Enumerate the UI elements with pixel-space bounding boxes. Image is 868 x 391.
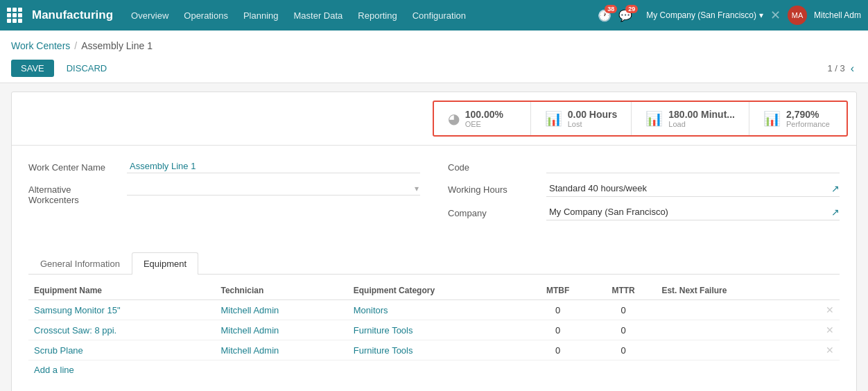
nav-operations[interactable]: Operations bbox=[182, 8, 229, 24]
form-right-column: Code Working Hours Standard 40 hours/wee… bbox=[448, 159, 840, 229]
working-hours-select[interactable]: Standard 40 hours/week bbox=[546, 182, 827, 195]
row1-category-link[interactable]: Monitors bbox=[354, 305, 388, 315]
row3-equipment-name-link[interactable]: Scrub Plane bbox=[34, 345, 83, 356]
company-selector[interactable]: My Company (San Francisco) ▾ bbox=[646, 10, 763, 20]
activities-button[interactable]: 🕐 38 bbox=[598, 9, 611, 22]
row2-mtbf: 0 bbox=[525, 320, 591, 340]
nav-master-data[interactable]: Master Data bbox=[293, 8, 345, 24]
load-icon: 📊 bbox=[645, 110, 663, 127]
stat-performance[interactable]: 📊 2,790% Performance bbox=[749, 102, 847, 135]
nav-configuration[interactable]: Configuration bbox=[411, 8, 467, 24]
row3-mttr: 0 bbox=[591, 340, 657, 360]
user-name[interactable]: Mitchell Adm bbox=[814, 10, 861, 20]
col-est-next-failure: Est. Next Failure bbox=[656, 281, 802, 300]
row2-category: Furniture Tools bbox=[348, 320, 526, 340]
performance-value: 2,790% bbox=[786, 109, 830, 120]
col-delete bbox=[802, 281, 840, 300]
alternative-workcenters-select-wrap: ▾ bbox=[127, 182, 420, 196]
form-left-column: Work Center Name Alternative Workcenters… bbox=[28, 159, 420, 229]
main-content: ◕ 100.00% OEE 📊 0.00 Hours Lost 📊 bbox=[0, 83, 868, 391]
form-main-row: Work Center Name Alternative Workcenters… bbox=[28, 159, 840, 229]
breadcrumb-current: Assembly Line 1 bbox=[81, 40, 153, 51]
row3-category-link[interactable]: Furniture Tools bbox=[354, 345, 413, 356]
messages-button[interactable]: 💬 29 bbox=[618, 9, 632, 22]
company-name: My Company (San Francisco) bbox=[646, 10, 756, 20]
performance-label: Performance bbox=[786, 120, 830, 128]
nav-links: Overview Operations Planning Master Data… bbox=[130, 8, 598, 24]
work-center-name-input[interactable] bbox=[127, 159, 420, 173]
row1-category: Monitors bbox=[348, 300, 526, 320]
page-header: Work Centers / Assembly Line 1 SAVE DISC… bbox=[0, 31, 868, 83]
table-row: Scrub Plane Mitchell Admin Furniture Too… bbox=[28, 340, 840, 360]
nav-overview[interactable]: Overview bbox=[130, 8, 170, 24]
breadcrumb-parent[interactable]: Work Centers bbox=[11, 40, 70, 51]
equipment-table: Equipment Name Technician Equipment Cate… bbox=[28, 281, 840, 360]
lost-label: Lost bbox=[568, 120, 618, 128]
row3-category: Furniture Tools bbox=[348, 340, 526, 360]
row2-equipment-name: Crosscut Saw: 8 ppi. bbox=[28, 320, 215, 340]
grid-menu-icon[interactable] bbox=[7, 8, 22, 23]
alternative-workcenters-field: Alternative Workcenters ▾ bbox=[28, 182, 420, 205]
row1-delete-button[interactable]: ✕ bbox=[802, 300, 840, 320]
stat-load[interactable]: 📊 180.00 Minut... Load bbox=[632, 102, 749, 135]
app-brand: Manufacturing bbox=[32, 8, 113, 22]
breadcrumb-separator: / bbox=[74, 40, 77, 51]
nav-separator-2: ✕ bbox=[770, 8, 781, 23]
row3-mtbf: 0 bbox=[525, 340, 591, 360]
row2-mttr: 0 bbox=[591, 320, 657, 340]
tab-general-information[interactable]: General Information bbox=[28, 252, 132, 275]
row2-delete-button[interactable]: ✕ bbox=[802, 320, 840, 340]
nav-reporting[interactable]: Reporting bbox=[356, 8, 398, 24]
alternative-workcenters-label: Alternative Workcenters bbox=[28, 182, 119, 205]
top-navigation: Manufacturing Overview Operations Planni… bbox=[0, 0, 868, 31]
row3-equipment-name: Scrub Plane bbox=[28, 340, 215, 360]
form-card: ◕ 100.00% OEE 📊 0.00 Hours Lost 📊 bbox=[11, 92, 857, 391]
row2-equipment-name-link[interactable]: Crosscut Saw: 8 ppi. bbox=[34, 325, 116, 336]
row1-equipment-name-link[interactable]: Samsung Monitor 15" bbox=[34, 305, 121, 315]
stats-wrapper: ◕ 100.00% OEE 📊 0.00 Hours Lost 📊 bbox=[433, 101, 848, 137]
avatar-initials: MA bbox=[792, 11, 804, 19]
table-header-row: Equipment Name Technician Equipment Cate… bbox=[28, 281, 840, 300]
table-section: Equipment Name Technician Equipment Cate… bbox=[12, 281, 856, 391]
code-input[interactable] bbox=[546, 159, 840, 173]
oee-value: 100.00% bbox=[465, 109, 503, 120]
work-center-name-field: Work Center Name bbox=[28, 159, 420, 173]
nav-planning[interactable]: Planning bbox=[242, 8, 280, 24]
stat-lost[interactable]: 📊 0.00 Hours Lost bbox=[531, 102, 632, 135]
prev-record-button[interactable]: ‹ bbox=[848, 61, 857, 76]
alternative-workcenters-input[interactable] bbox=[127, 182, 413, 195]
row1-mttr: 0 bbox=[591, 300, 657, 320]
work-center-name-label: Work Center Name bbox=[28, 159, 119, 173]
page-actions: SAVE DISCARD 1 / 3 ‹ bbox=[11, 55, 857, 82]
save-button[interactable]: SAVE bbox=[11, 60, 54, 77]
table-row: Crosscut Saw: 8 ppi. Mitchell Admin Furn… bbox=[28, 320, 840, 340]
working-hours-select-wrapper: Standard 40 hours/week ↗ bbox=[546, 182, 840, 197]
col-mtbf: MTBF bbox=[525, 281, 591, 300]
company-external-link-icon[interactable]: ↗ bbox=[831, 207, 840, 218]
row3-technician: Mitchell Admin bbox=[215, 340, 347, 360]
row1-next-failure bbox=[656, 300, 802, 320]
pagination: 1 / 3 ‹ bbox=[827, 61, 857, 76]
working-hours-field: Working Hours Standard 40 hours/week ↗ bbox=[448, 182, 840, 197]
discard-button[interactable]: DISCARD bbox=[60, 60, 114, 77]
col-technician: Technician bbox=[215, 281, 347, 300]
working-hours-external-link-icon[interactable]: ↗ bbox=[831, 183, 840, 194]
add-line-button[interactable]: Add a line bbox=[28, 360, 80, 379]
row3-technician-link[interactable]: Mitchell Admin bbox=[220, 345, 279, 356]
row2-category-link[interactable]: Furniture Tools bbox=[354, 325, 413, 336]
lost-value: 0.00 Hours bbox=[568, 109, 618, 120]
company-select[interactable]: My Company (San Francisco) bbox=[546, 205, 827, 218]
alternative-workcenters-dropdown-icon: ▾ bbox=[413, 182, 420, 195]
row3-delete-button[interactable]: ✕ bbox=[802, 340, 840, 360]
row2-technician-link[interactable]: Mitchell Admin bbox=[220, 325, 279, 336]
user-avatar[interactable]: MA bbox=[788, 6, 807, 25]
tabs-section: General Information Equipment bbox=[12, 252, 856, 275]
stats-bar: ◕ 100.00% OEE 📊 0.00 Hours Lost 📊 bbox=[12, 92, 856, 146]
oee-label: OEE bbox=[465, 120, 503, 128]
tab-equipment[interactable]: Equipment bbox=[132, 252, 198, 275]
row2-next-failure bbox=[656, 320, 802, 340]
stat-oee[interactable]: ◕ 100.00% OEE bbox=[434, 102, 531, 135]
code-label: Code bbox=[448, 159, 538, 173]
row1-technician-link[interactable]: Mitchell Admin bbox=[220, 305, 279, 315]
company-field: Company My Company (San Francisco) ↗ bbox=[448, 205, 840, 220]
